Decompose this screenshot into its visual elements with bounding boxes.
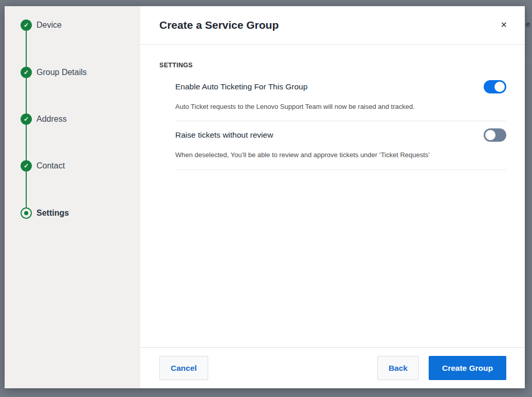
dialog-title: Create a Service Group [159, 19, 499, 31]
close-icon[interactable]: ✕ [499, 19, 509, 31]
setting-description: Auto Ticket requests to the Lenovo Suppo… [175, 101, 455, 112]
dimmed-overlay: e va Device Group Details Address Contac… [0, 0, 532, 397]
stepper-item-label: Settings [36, 209, 69, 218]
background-text-fragment: e [526, 20, 530, 28]
raise-without-review-toggle[interactable] [484, 128, 506, 142]
settings-content: SETTINGS Enable Auto Ticketing For This … [140, 45, 525, 170]
create-group-button[interactable]: Create Group [429, 356, 506, 380]
setting-row-auto-ticketing: Enable Auto Ticketing For This Group Aut… [175, 80, 506, 121]
settings-section-label: SETTINGS [159, 62, 506, 69]
check-circle-icon [21, 20, 32, 31]
check-circle-icon [21, 114, 32, 125]
stepper-sidebar: Device Group Details Address Contact Set… [5, 6, 140, 388]
back-button[interactable]: Back [377, 356, 419, 380]
divider [175, 121, 506, 121]
stepper-item-label: Device [36, 21, 62, 30]
stepper-item-contact[interactable]: Contact [21, 160, 65, 172]
stepper-item-device[interactable]: Device [21, 20, 62, 31]
check-circle-icon [21, 67, 32, 78]
create-service-group-dialog: Device Group Details Address Contact Set… [5, 6, 525, 388]
stepper-item-settings[interactable]: Settings [21, 207, 69, 219]
radio-current-step-icon [21, 207, 32, 219]
check-circle-icon [21, 160, 32, 172]
stepper-item-label: Address [36, 115, 67, 124]
dialog-main-panel: Create a Service Group ✕ SETTINGS Enable… [140, 6, 525, 388]
stepper-item-label: Group Details [36, 68, 87, 77]
stepper-item-group-details[interactable]: Group Details [21, 67, 87, 78]
setting-label: Raise tickets without review [175, 130, 273, 140]
dialog-footer: Cancel Back Create Group [140, 347, 525, 388]
auto-ticketing-toggle[interactable] [484, 80, 506, 93]
stepper-item-address[interactable]: Address [21, 114, 67, 125]
toggle-knob [494, 82, 505, 92]
cancel-button[interactable]: Cancel [159, 356, 208, 380]
toggle-knob [485, 130, 496, 140]
setting-description: When deselected, You’ll be able to revie… [175, 149, 455, 160]
stepper-item-label: Contact [36, 161, 65, 171]
setting-row-raise-without-review: Raise tickets without review When desele… [175, 128, 506, 169]
setting-label: Enable Auto Ticketing For This Group [175, 82, 307, 91]
dialog-header: Create a Service Group ✕ [140, 6, 525, 45]
divider [175, 169, 506, 170]
